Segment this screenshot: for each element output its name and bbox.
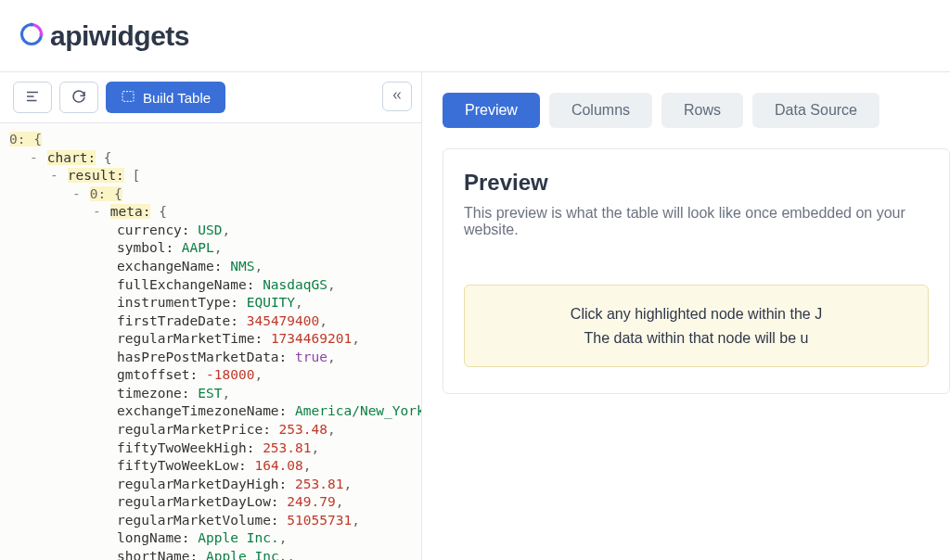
collapse-icon[interactable]: - (50, 167, 59, 185)
refresh-icon (71, 88, 87, 108)
tree-row[interactable]: regularMarketVolume: 51055731, (9, 512, 412, 530)
logo-icon (19, 21, 45, 51)
refresh-button[interactable] (59, 82, 98, 113)
right-pane: Preview Columns Rows Data Source Preview… (422, 72, 950, 560)
tree-row[interactable]: exchangeTimezoneName: America/New_York, (9, 402, 412, 421)
logo-text: apiwidgets (50, 20, 189, 52)
collapse-icon[interactable]: - (93, 203, 102, 222)
tab-columns[interactable]: Columns (549, 93, 652, 128)
align-left-icon (24, 88, 41, 108)
collapse-left-button[interactable] (382, 82, 412, 111)
tree-row[interactable]: longName: Apple Inc., (9, 529, 412, 548)
tab-data-source[interactable]: Data Source (752, 93, 879, 128)
app-header: apiwidgets (0, 0, 950, 72)
tree-row[interactable]: shortName: Apple Inc., (9, 548, 412, 560)
tree-row[interactable]: - chart: { (9, 149, 412, 168)
preview-panel: Preview This preview is what the table w… (443, 148, 950, 394)
hint-line: The data within that node will be u (483, 326, 909, 350)
preview-description: This preview is what the table will look… (464, 205, 929, 238)
main-layout: Build Table 0: { - chart: { - result: [ … (0, 72, 950, 560)
collapse-icon[interactable]: - (72, 185, 82, 204)
svg-point-0 (30, 22, 33, 26)
tree-row[interactable]: regularMarketDayHigh: 253.81, (9, 476, 412, 494)
logo: apiwidgets (19, 20, 189, 52)
tree-row[interactable]: regularMarketDayLow: 249.79, (9, 493, 412, 512)
tree-row[interactable]: fiftyTwoWeekHigh: 253.81, (9, 439, 412, 458)
tree-row[interactable]: fiftyTwoWeekLow: 164.08, (9, 457, 412, 476)
preview-hint: Click any highlighted node within the J … (464, 285, 929, 367)
tree-row[interactable]: firstTradeDate: 345479400, (9, 312, 412, 331)
collapse-icon[interactable]: - (30, 149, 39, 168)
svg-rect-5 (122, 91, 134, 101)
tree-row[interactable]: instrumentType: EQUITY, (9, 294, 412, 312)
chevron-double-left-icon (391, 89, 404, 105)
tree-row[interactable]: regularMarketTime: 1734469201, (9, 330, 412, 349)
tabs: Preview Columns Rows Data Source (443, 93, 950, 128)
svg-point-1 (39, 32, 43, 35)
left-pane: Build Table 0: { - chart: { - result: [ … (0, 72, 422, 560)
align-button[interactable] (13, 82, 52, 113)
tree-row[interactable]: - meta: { (9, 203, 412, 222)
preview-title: Preview (464, 170, 929, 196)
build-table-label: Build Table (143, 90, 211, 106)
tree-row[interactable]: symbol: AAPL, (9, 239, 412, 258)
hint-line: Click any highlighted node within the J (483, 302, 909, 326)
tab-preview[interactable]: Preview (443, 93, 540, 128)
toolbar: Build Table (0, 72, 421, 123)
tree-row[interactable]: currency: USD, (9, 222, 412, 240)
tree-row[interactable]: timezone: EST, (9, 385, 412, 403)
table-icon (121, 89, 135, 107)
tree-row[interactable]: fullExchangeName: NasdaqGS, (9, 276, 412, 295)
tree-row[interactable]: hasPrePostMarketData: true, (9, 349, 412, 367)
tab-rows[interactable]: Rows (661, 93, 743, 128)
tree-row[interactable]: exchangeName: NMS, (9, 258, 412, 276)
tree-row[interactable]: gmtoffset: -18000, (9, 366, 412, 385)
tree-row[interactable]: - result: [ (9, 167, 412, 185)
tree-row[interactable]: - 0: { (9, 185, 412, 204)
tree-row[interactable]: regularMarketPrice: 253.48, (9, 421, 412, 439)
json-tree[interactable]: 0: { - chart: { - result: [ - 0: { - met… (0, 123, 421, 560)
tree-row[interactable]: 0: { (9, 131, 412, 149)
build-table-button[interactable]: Build Table (106, 82, 225, 113)
